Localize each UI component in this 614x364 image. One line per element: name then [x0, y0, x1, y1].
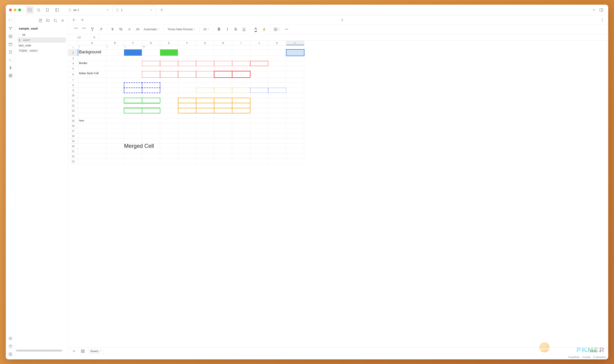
cell-I15[interactable] [232, 118, 250, 123]
cell-A2[interactable]: Background [78, 50, 106, 56]
cell-A14[interactable] [78, 113, 106, 118]
cell-L18[interactable] [286, 133, 304, 139]
cell-C7[interactable] [124, 78, 142, 83]
row-header-8[interactable]: 8 [68, 83, 78, 88]
cell-K21[interactable] [268, 149, 286, 154]
cell-K2[interactable] [268, 50, 286, 56]
cell-I21[interactable] [232, 149, 250, 154]
cell-H11[interactable] [214, 98, 232, 103]
cell-J14[interactable] [250, 113, 268, 118]
font-family-dropdown[interactable]: Times New Roman▼ [166, 27, 197, 31]
cell-F17[interactable] [178, 129, 196, 133]
cell-F6[interactable] [178, 71, 196, 78]
cell-H8[interactable] [214, 83, 232, 88]
cell-L9[interactable] [286, 88, 304, 93]
cell-F8[interactable] [178, 83, 196, 88]
cell-K15[interactable] [268, 118, 286, 123]
cell-H15[interactable] [214, 118, 232, 123]
cell-J15[interactable] [250, 118, 268, 123]
tab-1[interactable]: 1 [112, 6, 156, 14]
cell-H16[interactable] [214, 123, 232, 129]
cell-B5[interactable] [106, 66, 124, 71]
cell-K7[interactable] [268, 78, 286, 83]
cell-F18[interactable] [178, 133, 196, 139]
cell-F5[interactable] [178, 66, 196, 71]
cell-A9[interactable] [78, 88, 106, 93]
cell-L11[interactable] [286, 98, 304, 103]
cell-I13[interactable] [232, 108, 250, 113]
cell-A20[interactable] [78, 144, 106, 149]
bold-button[interactable]: B [216, 26, 222, 33]
attachment-icon[interactable] [7, 64, 14, 71]
cell-A12[interactable] [78, 103, 106, 108]
left-panel-toggle-icon[interactable] [53, 6, 61, 14]
cell-A16[interactable] [78, 123, 106, 129]
cell-E8[interactable] [160, 83, 178, 88]
cell-B23[interactable] [106, 159, 124, 164]
cell-C9[interactable] [124, 88, 142, 93]
cell-G4[interactable] [196, 61, 214, 66]
cell-E23[interactable] [160, 159, 178, 164]
column-header-A[interactable]: A [78, 41, 106, 45]
cell-I4[interactable] [232, 61, 250, 66]
cell-B13[interactable] [106, 108, 124, 113]
currency-button[interactable]: ¥ [109, 26, 116, 33]
cell-H17[interactable] [214, 129, 232, 133]
font-size-dropdown[interactable]: 10▼ [202, 27, 211, 31]
right-panel-toggle-icon[interactable] [598, 6, 605, 14]
cell-L16[interactable] [286, 123, 304, 129]
cell-H18[interactable] [214, 133, 232, 139]
graph-icon[interactable] [7, 25, 14, 32]
cell-J16[interactable] [250, 123, 268, 129]
cell-L3[interactable] [286, 56, 304, 61]
cell-G6[interactable] [196, 71, 214, 78]
cell-B9[interactable] [106, 88, 124, 93]
cell-H4[interactable] [214, 61, 232, 66]
cell-H10[interactable] [214, 93, 232, 98]
cell-G1[interactable] [196, 45, 214, 50]
cell-C1[interactable]: 1 [124, 45, 142, 50]
cell-E5[interactable] [160, 66, 178, 71]
cell-K3[interactable] [268, 56, 286, 61]
cell-B10[interactable] [106, 93, 124, 98]
cell-C20[interactable]: Merged Cell [124, 144, 142, 149]
zoom-out-button[interactable]: − [585, 349, 588, 353]
cell-A19[interactable] [78, 139, 106, 144]
increase-decimal-button[interactable]: .00 [134, 26, 141, 33]
cell-F14[interactable] [178, 113, 196, 118]
row-header-13[interactable]: 13 [68, 108, 78, 113]
cell-J23[interactable] [250, 159, 268, 164]
cell-H9[interactable] [214, 88, 232, 93]
cell-L23[interactable] [286, 159, 304, 164]
cell-H22[interactable] [214, 154, 232, 159]
cell-I8[interactable] [232, 83, 250, 88]
cell-I5[interactable] [232, 66, 250, 71]
cell-J10[interactable] [250, 93, 268, 98]
cell-K18[interactable] [268, 133, 286, 139]
spreadsheet-grid[interactable]: ABCDEFGHIJKL1111402Background34Border56I… [68, 41, 608, 347]
cell-B21[interactable] [106, 149, 124, 154]
cell-H7[interactable] [214, 78, 232, 83]
cell-F7[interactable] [178, 78, 196, 83]
cell-G14[interactable] [196, 113, 214, 118]
cell-L5[interactable] [286, 66, 304, 71]
cell-K9[interactable] [268, 88, 286, 93]
help-icon[interactable] [7, 343, 14, 350]
cell-I17[interactable] [232, 129, 250, 133]
cell-A7[interactable] [78, 78, 106, 83]
cell-A21[interactable] [78, 149, 106, 154]
calendar-icon[interactable] [7, 41, 14, 48]
cell-G5[interactable] [196, 66, 214, 71]
cell-K4[interactable] [268, 61, 286, 66]
cell-C16[interactable] [124, 123, 142, 129]
cell-F11[interactable] [178, 98, 196, 103]
cell-G15[interactable] [196, 118, 214, 123]
minimize-window-button[interactable] [14, 9, 16, 11]
cell-L21[interactable] [286, 149, 304, 154]
cell-B18[interactable] [106, 133, 124, 139]
cell-B12[interactable] [106, 103, 124, 108]
column-header-C[interactable]: C [124, 41, 142, 45]
cell-J22[interactable] [250, 154, 268, 159]
cell-H12[interactable] [214, 103, 232, 108]
cell-I12[interactable] [232, 103, 250, 108]
